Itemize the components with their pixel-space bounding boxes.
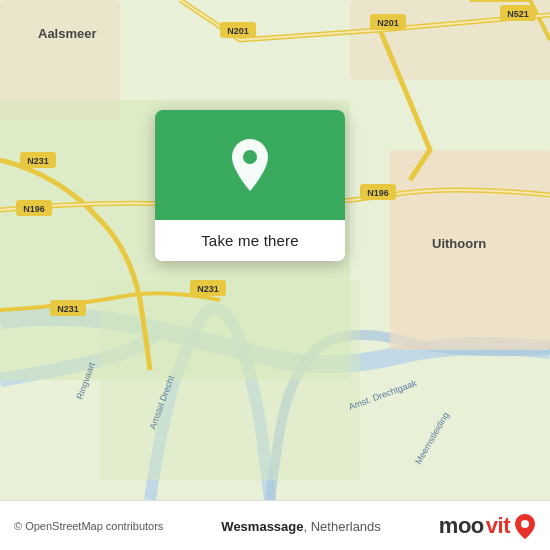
brand-text-vit: vit <box>486 513 510 539</box>
location-name: Wesmassage <box>221 519 303 534</box>
svg-text:Aalsmeer: Aalsmeer <box>38 26 97 41</box>
svg-text:N196: N196 <box>23 204 45 214</box>
moovit-brand: moovit <box>439 513 536 539</box>
moovit-pin-icon <box>514 513 536 539</box>
svg-point-28 <box>243 150 257 164</box>
svg-text:N521: N521 <box>507 9 529 19</box>
location-country: , Netherlands <box>304 519 381 534</box>
take-me-there-button[interactable]: Take me there <box>155 220 345 261</box>
bottom-bar: © OpenStreetMap contributors Wesmassage,… <box>0 500 550 550</box>
svg-text:N201: N201 <box>227 26 249 36</box>
location-pin-icon <box>228 137 272 193</box>
svg-text:Uithoorn: Uithoorn <box>432 236 486 251</box>
popup-green-header <box>155 110 345 220</box>
svg-text:N196: N196 <box>367 188 389 198</box>
svg-text:N231: N231 <box>197 284 219 294</box>
popup-card: Take me there <box>155 110 345 261</box>
svg-text:N231: N231 <box>27 156 49 166</box>
location-label: Wesmassage, Netherlands <box>221 517 381 535</box>
svg-text:N231: N231 <box>57 304 79 314</box>
map-container: N201 N201 N521 N196 N196 N231 N231 N231 … <box>0 0 550 500</box>
brand-text-moo: moo <box>439 513 484 539</box>
bottom-left-info: © OpenStreetMap contributors <box>14 520 163 532</box>
svg-point-29 <box>521 520 529 528</box>
svg-rect-5 <box>100 280 360 480</box>
copyright-symbol: © OpenStreetMap contributors <box>14 520 163 532</box>
svg-text:N201: N201 <box>377 18 399 28</box>
